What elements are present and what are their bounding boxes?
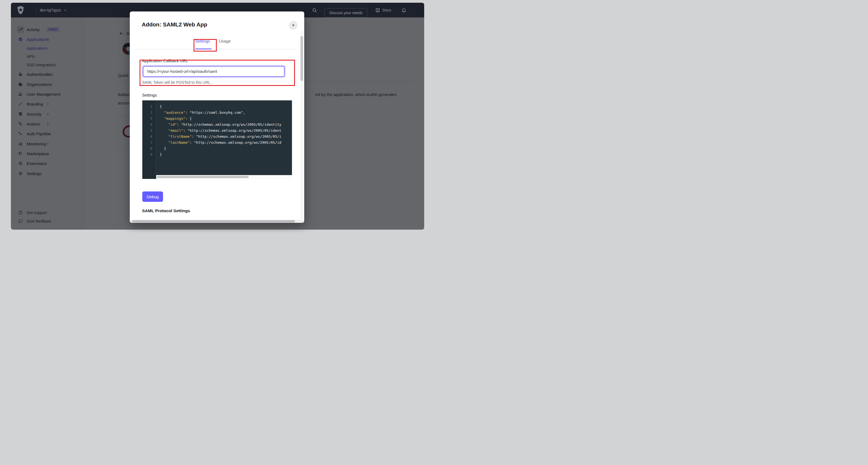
code-line: 2 "audience": "https://saml.boxyhq.com", — [142, 110, 292, 116]
code-line: 8 } — [142, 146, 292, 152]
line-number: 4 — [142, 122, 156, 128]
chevron-down-icon — [64, 8, 67, 12]
navbar-divider — [36, 7, 36, 13]
modal-hscrollbar-track — [130, 220, 304, 223]
code-line: 4 "id": "http://schemas.xmlsoap.org/ws/2… — [142, 122, 292, 128]
tab-settings[interactable]: Settings — [195, 39, 210, 43]
saml-protocol-settings-heading: SAML Protocol Settings — [142, 208, 190, 213]
docs-label: Docs — [382, 8, 391, 12]
active-tab-underline — [195, 49, 212, 49]
line-number: 3 — [142, 116, 156, 122]
settings-section-label: Settings — [142, 93, 157, 97]
docs-link[interactable]: Docs — [375, 3, 391, 18]
book-icon — [375, 8, 380, 13]
line-number: 9 — [142, 152, 156, 157]
addon-saml2-modal: Addon: SAML2 Web App × Settings Usage Ap… — [130, 11, 304, 223]
line-number: 5 — [142, 128, 156, 134]
line-number: 2 — [142, 110, 156, 116]
line-number: 1 — [142, 104, 156, 110]
line-number: 7 — [142, 140, 156, 146]
editor-hscrollbar-thumb[interactable] — [157, 176, 249, 178]
modal-title: Addon: SAML2 Web App — [142, 21, 207, 28]
callback-url-input[interactable] — [143, 66, 285, 77]
line-number: 8 — [142, 146, 156, 152]
callback-url-helper: SAML Token will be POSTed to this URL. — [142, 80, 211, 85]
code-line: 9} — [142, 152, 292, 157]
debug-button[interactable]: Debug — [142, 192, 163, 202]
code-line: 7 "lastName": "http://schemas.xmlsoap.or… — [142, 140, 292, 146]
discuss-your-needs-button[interactable]: Discuss your needs — [324, 8, 368, 18]
discuss-label: Discuss your needs — [329, 11, 363, 15]
search-icon[interactable] — [312, 3, 317, 18]
line-number: 6 — [142, 134, 156, 140]
auth0-logo-icon[interactable] — [17, 6, 25, 14]
modal-vscrollbar-thumb[interactable] — [301, 36, 303, 81]
code-line: 3 "mappings": { — [142, 116, 292, 122]
user-avatar[interactable] — [11, 3, 11, 8]
code-line: 1{ — [142, 104, 292, 110]
code-line: 5 "email": "http://schemas.xmlsoap.org/w… — [142, 128, 292, 134]
close-icon[interactable]: × — [289, 21, 298, 30]
code-line: 6 "firstName": "http://schemas.xmlsoap.o… — [142, 134, 292, 140]
notifications-bell-icon[interactable] — [401, 3, 406, 18]
settings-json-editor[interactable]: 1{2 "audience": "https://saml.boxyhq.com… — [142, 100, 292, 179]
tab-usage[interactable]: Usage — [219, 39, 230, 43]
modal-hscrollbar-thumb[interactable] — [132, 220, 295, 223]
tenant-name: dev-tyj7qyzz — [40, 8, 61, 12]
callback-url-label: Application Callback URL — [142, 58, 188, 63]
tenant-switcher[interactable]: dev-tyj7qyzz — [40, 3, 67, 18]
editor-hscrollbar-track — [156, 175, 292, 179]
